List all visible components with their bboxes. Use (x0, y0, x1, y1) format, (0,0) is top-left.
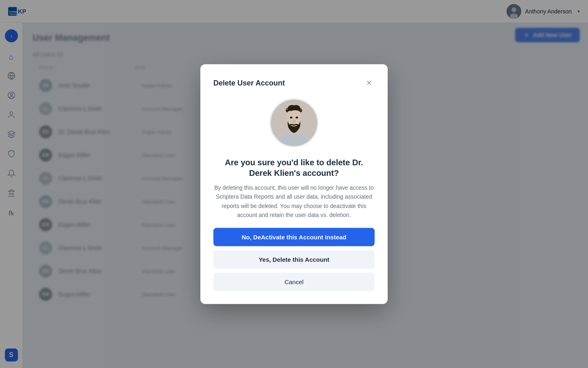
deactivate-button[interactable]: No, DeActivate this Account Instead (213, 228, 375, 246)
modal-title: Delete User Account (213, 79, 285, 87)
modal-confirm-body: By deleting this account, this user will… (213, 183, 375, 220)
close-icon: ✕ (366, 79, 372, 88)
modal-avatar-container (213, 99, 375, 147)
modal-confirm-heading: Are you sure you'd like to delete Dr. De… (213, 157, 375, 178)
svg-point-24 (290, 116, 292, 118)
modal-confirm-text: Are you sure you'd like to delete Dr. De… (213, 157, 375, 220)
svg-point-23 (287, 112, 301, 127)
svg-point-25 (296, 116, 298, 118)
modal-header: Delete User Account ✕ (213, 77, 375, 89)
modal-close-button[interactable]: ✕ (363, 77, 375, 89)
delete-button[interactable]: Yes, Delete this Account (213, 250, 375, 268)
modal-user-avatar (270, 99, 318, 147)
user-profile-image (271, 100, 317, 146)
delete-user-modal: Delete User Account ✕ (200, 64, 388, 304)
cancel-button[interactable]: Cancel (213, 272, 375, 291)
